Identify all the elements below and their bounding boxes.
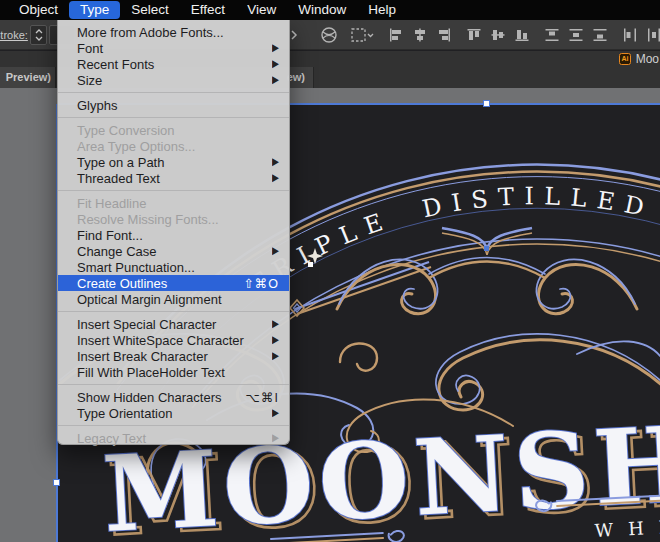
anchor-point-blue	[484, 246, 489, 251]
distribute-h-left-icon[interactable]	[622, 27, 638, 43]
stroke-stepper[interactable]	[30, 25, 47, 45]
menu-item-insert-whitespace-character[interactable]: Insert WhiteSpace Character▶	[58, 332, 289, 348]
scroll-loops	[337, 258, 637, 314]
v-align-center-icon[interactable]	[490, 27, 506, 43]
distribute-vertical-group	[544, 27, 608, 43]
illustrator-app-icon: Ai	[619, 53, 631, 65]
horizontal-align-group	[388, 27, 452, 43]
submenu-arrow-icon: ▶	[272, 172, 279, 184]
menu-item-font[interactable]: Font▶	[58, 40, 289, 56]
menubar: Object Type Select Effect View Window He…	[0, 0, 660, 20]
menubar-item-select[interactable]: Select	[120, 0, 180, 20]
anchor-point-white	[308, 262, 313, 267]
document-tab[interactable]: Preview)	[0, 67, 56, 88]
vertical-align-group	[466, 27, 530, 43]
menu-item-insert-break-character[interactable]: Insert Break Character▶	[58, 348, 289, 364]
illustrator-window: TRIPLE DISTILLED	[0, 0, 660, 542]
distribute-v-bottom-icon[interactable]	[592, 27, 608, 43]
submenu-arrow-icon: ▶	[272, 42, 279, 54]
selection-handle-top[interactable]	[483, 100, 490, 107]
menu-item-recent-fonts[interactable]: Recent Fonts▶	[58, 56, 289, 72]
arc-title-text: TRIPLE DISTILLED	[245, 182, 656, 299]
submenu-arrow-icon: ▶	[272, 74, 279, 86]
menu-separator	[58, 117, 289, 118]
menu-separator	[58, 425, 289, 426]
stroke-label[interactable]: Stroke:	[0, 29, 28, 41]
distribute-horizontal-group	[622, 27, 660, 43]
menu-item-type-orientation[interactable]: Type Orientation▶	[58, 405, 289, 421]
submenu-arrow-icon: ▶	[272, 156, 279, 168]
sphere-icon[interactable]	[320, 26, 338, 44]
menu-item-more-from-adobe-fonts[interactable]: More from Adobe Fonts...	[58, 24, 289, 40]
whiskey-subtitle: WHI	[594, 516, 660, 541]
menu-item-fill-with-placeholder-text[interactable]: Fill With PlaceHolder Text	[58, 364, 289, 380]
h-align-center-icon[interactable]	[412, 27, 428, 43]
menu-item-resolve-missing-fonts: Resolve Missing Fonts...	[58, 211, 289, 227]
menubar-item-help[interactable]: Help	[357, 0, 407, 20]
menu-shortcut: ⇧⌘O	[243, 276, 279, 291]
v-align-bottom-icon[interactable]	[514, 27, 530, 43]
chevron-up-icon	[35, 29, 43, 34]
chevron-down-icon	[35, 36, 43, 41]
document-title: Moo	[636, 52, 659, 66]
submenu-arrow-icon: ▶	[272, 245, 279, 257]
menu-item-legacy-text: Legacy Text▶	[58, 430, 289, 446]
submenu-arrow-icon: ▶	[272, 350, 279, 362]
h-align-right-icon[interactable]	[436, 27, 452, 43]
align-to-selection-icon[interactable]	[350, 26, 376, 44]
menu-item-type-conversion: Type Conversion	[58, 122, 289, 138]
submenu-arrow-icon: ▶	[272, 318, 279, 330]
submenu-arrow-icon: ▶	[272, 432, 279, 444]
menu-item-fit-headline: Fit Headline	[58, 195, 289, 211]
menu-item-glyphs[interactable]: Glyphs	[58, 97, 289, 113]
menu-item-change-case[interactable]: Change Case▶	[58, 243, 289, 259]
selection-handle-left[interactable]	[53, 479, 60, 486]
menu-separator	[58, 92, 289, 93]
menu-item-area-type-options: Area Type Options...	[58, 138, 289, 154]
menu-item-find-font[interactable]: Find Font...	[58, 227, 289, 243]
menu-item-create-outlines[interactable]: Create Outlines⇧⌘O	[58, 275, 289, 291]
menubar-item-object[interactable]: Object	[8, 0, 69, 20]
menu-shortcut: ⌥⌘I	[246, 390, 279, 405]
distribute-v-center-icon[interactable]	[568, 27, 584, 43]
menubar-item-effect[interactable]: Effect	[180, 0, 236, 20]
menubar-item-view[interactable]: View	[236, 0, 287, 20]
menu-separator	[58, 311, 289, 312]
menu-separator	[58, 384, 289, 385]
menu-item-insert-special-character[interactable]: Insert Special Character▶	[58, 316, 289, 332]
menubar-item-type[interactable]: Type	[69, 1, 120, 19]
submenu-arrow-icon: ▶	[272, 334, 279, 346]
menu-item-show-hidden-characters[interactable]: Show Hidden Characters⌥⌘I	[58, 389, 289, 405]
submenu-arrow-icon: ▶	[272, 407, 279, 419]
menu-item-smart-punctuation[interactable]: Smart Punctuation...	[58, 259, 289, 275]
menubar-item-window[interactable]: Window	[287, 0, 357, 20]
submenu-arrow-icon: ▶	[272, 58, 279, 70]
type-menu: More from Adobe Fonts... Font▶ Recent Fo…	[57, 20, 290, 445]
distribute-v-top-icon[interactable]	[544, 27, 560, 43]
v-align-top-icon[interactable]	[466, 27, 482, 43]
menu-item-type-on-a-path[interactable]: Type on a Path▶	[58, 154, 289, 170]
menu-item-optical-margin-alignment[interactable]: Optical Margin Alignment	[58, 291, 289, 307]
distribute-h-center-icon[interactable]	[646, 27, 660, 43]
h-align-left-icon[interactable]	[388, 27, 404, 43]
menu-separator	[58, 190, 289, 191]
menu-item-size[interactable]: Size▶	[58, 72, 289, 88]
menu-item-threaded-text[interactable]: Threaded Text▶	[58, 170, 289, 186]
